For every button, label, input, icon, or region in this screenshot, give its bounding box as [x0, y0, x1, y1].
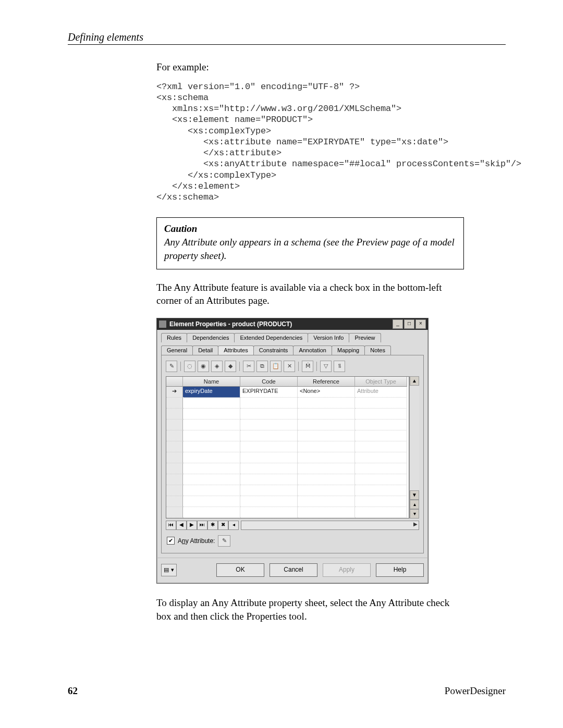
- code-line: <xs:schema: [156, 93, 209, 103]
- any-attribute-checkbox[interactable]: ✔: [167, 537, 175, 545]
- product-name: PowerDesigner: [445, 685, 506, 697]
- cancel-button[interactable]: Cancel: [270, 563, 317, 577]
- any-attribute-properties-icon[interactable]: ✎: [218, 535, 230, 547]
- properties-tool-icon[interactable]: ✎: [166, 361, 177, 372]
- help-button[interactable]: Help: [376, 563, 424, 577]
- cell-code[interactable]: EXPIRYDATE: [240, 387, 298, 398]
- col-object-type[interactable]: Object Type: [355, 377, 407, 387]
- maximize-button[interactable]: □: [404, 319, 414, 329]
- table-row[interactable]: [166, 496, 409, 507]
- caution-title: Caution: [164, 223, 456, 235]
- col-reference[interactable]: Reference: [298, 377, 355, 387]
- tab-extended-dependencies[interactable]: Extended Dependencies: [234, 333, 308, 342]
- scroll-page-down-icon[interactable]: ▾: [410, 509, 419, 519]
- code-line: </xs:complexType>: [156, 170, 276, 180]
- col-name[interactable]: Name: [183, 377, 240, 387]
- code-line: </xs:element>: [156, 181, 240, 191]
- header-rule: [68, 44, 506, 45]
- titlebar: Element Properties - product (PRODUCT) _…: [157, 318, 428, 330]
- find-icon[interactable]: Ṁ: [302, 361, 313, 372]
- running-head: Defining elements: [68, 31, 506, 43]
- more-menu-button[interactable]: ▤ ▾: [161, 564, 177, 576]
- tab-dependencies[interactable]: Dependencies: [187, 333, 235, 342]
- tab-version-info[interactable]: Version Info: [308, 333, 349, 342]
- page-number: 62: [68, 685, 78, 697]
- last-record-icon[interactable]: ⏭: [197, 521, 207, 530]
- table-row[interactable]: [166, 419, 409, 430]
- table-row[interactable]: [166, 409, 409, 419]
- open-icon[interactable]: ◈: [211, 361, 223, 372]
- row-selector-header: [166, 377, 183, 387]
- cut-icon[interactable]: ✂: [243, 361, 254, 372]
- ok-button[interactable]: OK: [216, 563, 264, 577]
- table-row[interactable]: [166, 485, 409, 496]
- element-properties-dialog: Element Properties - product (PRODUCT) _…: [156, 318, 429, 584]
- toolbar-separator: [298, 362, 299, 371]
- code-line: </xs:schema>: [156, 192, 219, 202]
- table-row[interactable]: [166, 430, 409, 441]
- code-line: xmlns:xs="http://www.w3.org/2001/XMLSche…: [156, 104, 401, 114]
- dialog-button-row: ▤ ▾ OK Cancel Apply Help: [157, 558, 428, 583]
- caution-box: Caution Any Attribute only appears in a …: [156, 217, 464, 269]
- tab-attributes[interactable]: Attributes: [218, 346, 253, 355]
- add-icon[interactable]: ◌: [184, 361, 195, 372]
- table-row[interactable]: [166, 507, 409, 518]
- col-code[interactable]: Code: [240, 377, 298, 387]
- horizontal-scrollbar[interactable]: [241, 521, 419, 530]
- code-line: <?xml version="1.0" encoding="UTF-8" ?>: [156, 82, 360, 92]
- delete-record-icon[interactable]: ✖: [218, 521, 228, 530]
- tab-detail[interactable]: Detail: [192, 346, 218, 355]
- scroll-up-icon[interactable]: ▲: [410, 376, 419, 386]
- toolbar: ✎ ◌ ◉ ◈ ◆ ✂ ⧉ 📋 ✕ Ṁ ▽ ⥮: [166, 360, 419, 376]
- customize-columns-icon[interactable]: ⥮: [334, 361, 345, 372]
- browse-icon[interactable]: ◆: [225, 361, 236, 372]
- tabs-row-front: General Detail Attributes Constraints An…: [157, 342, 428, 355]
- dialog-title: Element Properties - product (PRODUCT): [169, 320, 393, 328]
- cell-name[interactable]: expiryDate: [183, 387, 240, 398]
- cell-reference[interactable]: <None>: [298, 387, 355, 398]
- xml-code-block: <?xml version="1.0" encoding="UTF-8" ?> …: [156, 81, 464, 203]
- caution-body: Any Attribute only appears in a schema (…: [164, 236, 456, 262]
- next-record-icon[interactable]: ▶: [187, 521, 197, 530]
- apply-button[interactable]: Apply: [323, 563, 371, 577]
- tab-constraints[interactable]: Constraints: [253, 346, 294, 355]
- table-row[interactable]: [166, 398, 409, 409]
- insert-icon[interactable]: ◉: [198, 361, 209, 372]
- tab-general[interactable]: General: [161, 346, 193, 355]
- tab-preview[interactable]: Preview: [349, 333, 381, 342]
- table-row[interactable]: [166, 463, 409, 474]
- table-row[interactable]: [166, 474, 409, 485]
- any-attribute-row: ✔ Any Attribute: ✎: [166, 530, 419, 549]
- table-row[interactable]: [166, 441, 409, 452]
- filter-icon[interactable]: ▽: [320, 361, 332, 372]
- scroll-page-up-icon[interactable]: ▴: [410, 500, 419, 509]
- new-record-icon[interactable]: ✱: [207, 521, 218, 530]
- toolbar-separator: [316, 362, 317, 371]
- toolbar-separator: [239, 362, 240, 371]
- tab-notes[interactable]: Notes: [364, 346, 391, 355]
- close-button[interactable]: ×: [415, 319, 426, 329]
- first-record-icon[interactable]: ⏮: [166, 521, 176, 530]
- nav-arrow-left-icon[interactable]: ◂: [228, 521, 239, 530]
- minimize-button[interactable]: _: [393, 319, 403, 329]
- tab-rules[interactable]: Rules: [161, 333, 187, 342]
- vertical-scrollbar[interactable]: ▲ ▼ ▴ ▾: [409, 376, 419, 519]
- attributes-pane: ✎ ◌ ◉ ◈ ◆ ✂ ⧉ 📋 ✕ Ṁ ▽ ⥮: [161, 355, 424, 553]
- scroll-down-icon[interactable]: ▼: [410, 490, 419, 500]
- any-attribute-label: Any Attribute:: [178, 537, 215, 545]
- paste-icon[interactable]: 📋: [270, 361, 282, 372]
- grid-header: Name Code Reference Object Type: [166, 377, 409, 387]
- tab-mapping[interactable]: Mapping: [332, 346, 365, 355]
- para-display-any-attribute: To display an Any Attribute property she…: [156, 596, 464, 623]
- delete-icon[interactable]: ✕: [284, 361, 295, 372]
- cell-object-type: Attribute: [355, 387, 407, 398]
- code-line: </xs:attribute>: [156, 148, 282, 158]
- tabs-row-back: Rules Dependencies Extended Dependencies…: [157, 330, 428, 342]
- table-row[interactable]: [166, 452, 409, 463]
- copy-icon[interactable]: ⧉: [256, 361, 268, 372]
- row-indicator-icon: ➔: [166, 387, 183, 398]
- prev-record-icon[interactable]: ◀: [176, 521, 187, 530]
- table-row[interactable]: ➔ expiryDate EXPIRYDATE <None> Attribute: [166, 387, 409, 398]
- attributes-grid: Name Code Reference Object Type ➔ expiry…: [166, 376, 419, 519]
- tab-annotation[interactable]: Annotation: [293, 346, 332, 355]
